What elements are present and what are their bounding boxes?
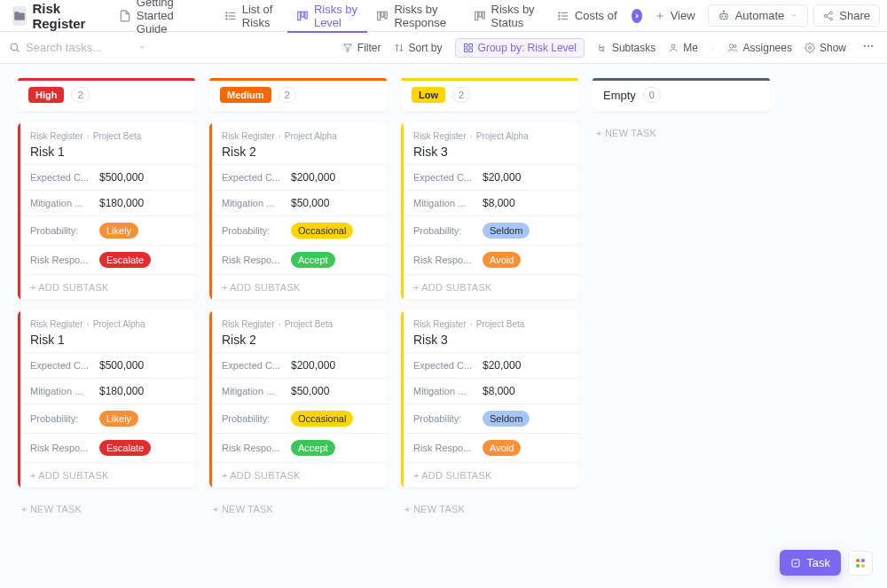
svg-rect-13 — [478, 12, 481, 17]
tab-getting-started-guide[interactable]: Getting Started Guide — [110, 0, 216, 32]
field-probability[interactable]: Probability:Likely — [18, 216, 195, 245]
more-options-icon[interactable] — [859, 38, 878, 57]
filter-bar: Filter Sort by Group by: Risk Level Subt… — [0, 32, 887, 64]
lane-header[interactable]: High2 — [18, 78, 195, 112]
list-icon — [224, 10, 237, 22]
task-card[interactable]: Risk Register › Project Alpha Risk 3 Exp… — [401, 122, 578, 300]
card-title: Risk 3 — [413, 145, 568, 159]
new-task-button[interactable]: + NEW TASK — [593, 122, 770, 144]
tab-label: Costs of — [575, 9, 617, 22]
add-subtask-button[interactable]: + ADD SUBTASK — [209, 274, 387, 300]
field-mitigation[interactable]: Mitigation ...$50,000 — [209, 378, 387, 404]
fab-container: Task — [780, 550, 873, 576]
field-risk-response[interactable]: Risk Respo...Escalate — [18, 245, 195, 274]
field-expected-cost[interactable]: Expected C...$20,000 — [401, 164, 578, 190]
lane-label: Empty — [603, 89, 636, 102]
field-probability[interactable]: Probability:Seldom — [401, 404, 578, 433]
field-mitigation[interactable]: Mitigation ...$50,000 — [209, 190, 387, 216]
search-input-wrap[interactable] — [9, 41, 169, 54]
group-by-button[interactable]: Group by: Risk Level — [455, 38, 585, 58]
tab-risks-by-level[interactable]: Risks by Level — [287, 0, 367, 32]
sort-button[interactable]: Sort by — [394, 42, 443, 54]
svg-point-33 — [11, 43, 18, 51]
field-expected-cost[interactable]: Expected C...$200,000 — [209, 352, 387, 378]
field-expected-cost[interactable]: Expected C...$200,000 — [209, 164, 387, 190]
field-risk-response[interactable]: Risk Respo...Accept — [209, 433, 387, 462]
field-probability[interactable]: Probability:Seldom — [401, 216, 578, 245]
automate-button[interactable]: Automate — [708, 4, 809, 27]
field-mitigation[interactable]: Mitigation ...$8,000 — [401, 378, 578, 404]
add-subtask-button[interactable]: + ADD SUBTASK — [209, 462, 387, 488]
probability-tag: Likely — [99, 223, 138, 239]
field-expected-cost[interactable]: Expected C...$500,000 — [18, 164, 195, 190]
fab-apps-button[interactable] — [848, 551, 873, 576]
response-tag: Accept — [291, 252, 335, 268]
new-task-fab[interactable]: Task — [780, 550, 841, 576]
add-subtask-button[interactable]: + ADD SUBTASK — [401, 462, 578, 488]
task-card[interactable]: Risk Register › Project Alpha Risk 1 Exp… — [18, 310, 195, 488]
task-icon — [790, 558, 801, 568]
chevron-right-icon: › — [278, 131, 280, 141]
field-mitigation[interactable]: Mitigation ...$8,000 — [401, 190, 578, 216]
svg-rect-7 — [302, 12, 304, 17]
add-view-button[interactable]: View — [646, 9, 704, 22]
svg-rect-12 — [475, 12, 477, 20]
breadcrumb[interactable]: Risk Register — [7, 0, 101, 35]
tab-risks-by-status[interactable]: Risks by Status — [465, 0, 548, 32]
card-breadcrumb: Risk Register › Project Alpha — [413, 131, 568, 141]
lane-header[interactable]: Empty0 — [593, 78, 770, 112]
svg-point-45 — [671, 44, 675, 48]
add-subtask-button[interactable]: + ADD SUBTASK — [18, 462, 195, 488]
task-card[interactable]: Risk Register › Project Alpha Risk 2 Exp… — [209, 122, 387, 300]
me-button[interactable]: Me — [668, 42, 698, 54]
chevron-down-icon[interactable] — [137, 41, 146, 54]
subtasks-button[interactable]: Subtasks — [597, 42, 655, 54]
new-task-button[interactable]: + NEW TASK — [401, 498, 578, 520]
probability-tag: Likely — [99, 411, 138, 427]
lane-count: 2 — [452, 87, 470, 103]
task-card[interactable]: Risk Register › Project Beta Risk 3 Expe… — [401, 310, 578, 488]
search-icon — [9, 42, 20, 53]
tab-risks-by-response[interactable]: Risks by Response — [367, 0, 464, 32]
share-button[interactable]: Share — [813, 4, 880, 27]
field-risk-response[interactable]: Risk Respo...Escalate — [18, 433, 195, 462]
svg-point-44 — [602, 50, 604, 51]
field-probability[interactable]: Probability:Occasional — [209, 404, 387, 433]
tab-list-of-risks[interactable]: List of Risks — [216, 0, 287, 32]
svg-line-31 — [828, 13, 831, 15]
assignees-button[interactable]: Assignees — [726, 42, 792, 54]
field-risk-response[interactable]: Risk Respo...Accept — [209, 245, 387, 274]
people-icon — [726, 43, 739, 53]
new-task-button[interactable]: + NEW TASK — [18, 498, 195, 520]
task-card[interactable]: Risk Register › Project Beta Risk 1 Expe… — [18, 122, 195, 300]
tab-costs-of[interactable]: Costs of — [548, 0, 626, 32]
field-probability[interactable]: Probability:Likely — [18, 404, 195, 433]
field-risk-response[interactable]: Risk Respo...Avoid — [401, 433, 578, 462]
field-expected-cost[interactable]: Expected C...$500,000 — [18, 352, 195, 378]
search-input[interactable] — [26, 41, 132, 54]
automate-label: Automate — [735, 9, 785, 22]
svg-line-34 — [17, 50, 19, 51]
field-probability[interactable]: Probability:Occasional — [209, 216, 387, 245]
new-task-button[interactable]: + NEW TASK — [209, 498, 387, 520]
show-button[interactable]: Show — [805, 42, 846, 54]
page-title: Risk Register — [32, 1, 95, 31]
svg-point-28 — [830, 12, 833, 14]
svg-point-25 — [725, 16, 726, 17]
filter-icon — [342, 43, 353, 53]
card-breadcrumb: Risk Register › Project Beta — [30, 131, 184, 141]
more-views-icon[interactable] — [632, 9, 642, 23]
lane-header[interactable]: Medium2 — [209, 78, 387, 112]
top-right-controls: Automate Share — [708, 4, 880, 27]
add-subtask-button[interactable]: + ADD SUBTASK — [18, 274, 195, 300]
field-mitigation[interactable]: Mitigation ...$180,000 — [18, 190, 195, 216]
card-breadcrumb: Risk Register › Project Beta — [222, 319, 376, 329]
add-subtask-button[interactable]: + ADD SUBTASK — [401, 274, 578, 300]
task-card[interactable]: Risk Register › Project Beta Risk 2 Expe… — [209, 310, 387, 488]
field-expected-cost[interactable]: Expected C...$20,000 — [401, 352, 578, 378]
filter-button[interactable]: Filter — [342, 42, 381, 54]
lane-header[interactable]: Low2 — [401, 78, 578, 112]
lane-count: 2 — [71, 87, 89, 103]
field-mitigation[interactable]: Mitigation ...$180,000 — [18, 378, 195, 404]
field-risk-response[interactable]: Risk Respo...Avoid — [401, 245, 578, 274]
